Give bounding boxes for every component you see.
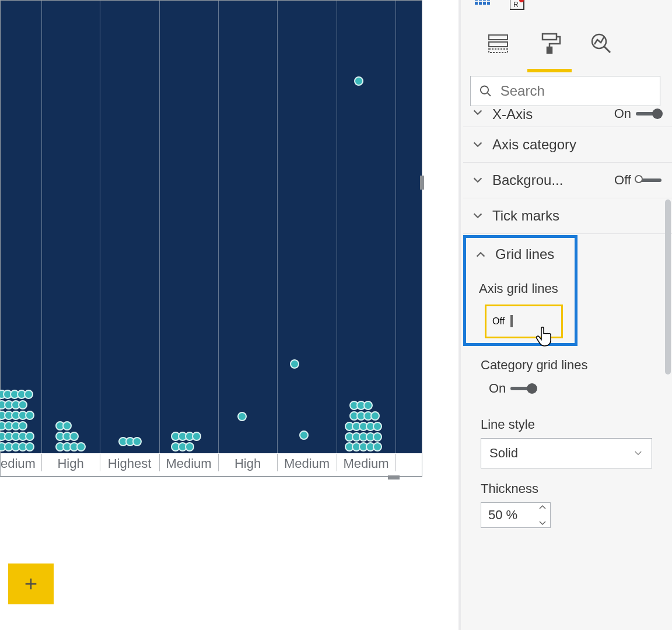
- page-tabs: [8, 564, 54, 604]
- svg-rect-1: [479, 0, 482, 1]
- chart-plot: [1, 1, 422, 453]
- svg-rect-3: [487, 0, 490, 1]
- chevron-up-icon[interactable]: [538, 504, 547, 510]
- x-axis-labels: ediumHighHighestMediumHighMediumMedium: [1, 452, 422, 476]
- setting-label: X-Axis: [492, 106, 614, 123]
- category-gridlines: [1, 1, 422, 453]
- pane-tabs: [463, 14, 672, 72]
- scrollbar-thumb[interactable]: [665, 200, 671, 374]
- tab-analytics[interactable]: [588, 32, 614, 72]
- fields-icon: [487, 32, 510, 55]
- chart-frame: ediumHighHighestMediumHighMediumMedium: [0, 0, 422, 477]
- format-pane: R: [461, 0, 672, 630]
- label-thickness: Thickness: [463, 468, 672, 502]
- label-axis-grid-lines: Axis grid lines: [466, 271, 575, 301]
- svg-rect-13: [489, 49, 508, 52]
- toggle-state: Off: [492, 316, 505, 327]
- toggle-background[interactable]: Off: [614, 173, 662, 188]
- svg-rect-12: [489, 42, 508, 47]
- chevron-down-icon: [471, 209, 484, 222]
- chevron-down-icon: [633, 448, 643, 459]
- svg-rect-0: [475, 0, 478, 1]
- label-line-style: Line style: [463, 404, 672, 438]
- rscript-icon[interactable]: R: [510, 0, 528, 12]
- visualizations-icon[interactable]: [475, 0, 494, 12]
- resize-handle-bottom[interactable]: [388, 475, 400, 480]
- setting-grid-lines[interactable]: Grid lines: [466, 238, 575, 271]
- toggle-state: On: [489, 381, 506, 396]
- tab-fields[interactable]: [485, 32, 511, 72]
- toggle-category-grid-lines[interactable]: On: [489, 381, 672, 396]
- setting-background[interactable]: Backgrou... Off: [463, 163, 672, 198]
- svg-point-9: [519, 0, 524, 2]
- chevron-up-icon: [474, 248, 487, 261]
- search-field[interactable]: [501, 83, 652, 99]
- toggle-state: Off: [614, 173, 631, 188]
- spin-thickness[interactable]: 50 %: [481, 502, 551, 528]
- plus-icon: [23, 576, 39, 592]
- format-options-list: X-Axis On Axis category Backgrou: [463, 106, 672, 630]
- setting-label: Axis category: [492, 136, 662, 153]
- chevron-down-icon: [471, 138, 484, 151]
- analytics-icon: [589, 32, 612, 55]
- select-line-style[interactable]: Solid: [481, 438, 652, 468]
- select-value: Solid: [489, 446, 518, 461]
- cursor-hand-icon: [536, 324, 556, 347]
- label-category-grid-lines: Category grid lines: [463, 347, 672, 377]
- svg-rect-14: [542, 34, 556, 40]
- pane-switcher: R: [463, 0, 672, 14]
- add-page-button[interactable]: [8, 564, 54, 604]
- setting-label: Grid lines: [495, 246, 564, 262]
- setting-axis-category[interactable]: Axis category: [463, 127, 672, 162]
- svg-point-17: [481, 86, 488, 93]
- search-input[interactable]: [470, 76, 660, 106]
- chevron-down-icon: [471, 106, 484, 119]
- setting-x-axis[interactable]: X-Axis On: [463, 106, 672, 127]
- scrollbar[interactable]: [664, 106, 672, 630]
- paint-roller-icon: [538, 32, 561, 55]
- toggle-axis-grid-lines[interactable]: Off: [485, 304, 563, 338]
- setting-label: Tick marks: [492, 208, 662, 224]
- tutorial-highlight: Grid lines Axis grid lines Off: [463, 235, 578, 346]
- spin-value: 50 %: [488, 508, 517, 523]
- chevron-down-icon: [471, 174, 484, 187]
- svg-rect-4: [475, 2, 478, 5]
- search-icon: [479, 83, 492, 99]
- resize-handle-right[interactable]: [420, 176, 424, 190]
- svg-rect-15: [547, 47, 552, 53]
- svg-rect-7: [487, 2, 490, 5]
- setting-tick-marks[interactable]: Tick marks: [463, 198, 672, 233]
- svg-text:R: R: [513, 1, 519, 9]
- tab-format[interactable]: [537, 32, 562, 72]
- svg-rect-2: [483, 0, 486, 1]
- chevron-down-icon[interactable]: [538, 520, 547, 526]
- toggle-x-axis[interactable]: On: [614, 106, 662, 121]
- svg-rect-11: [489, 35, 508, 40]
- setting-label: Backgrou...: [492, 172, 614, 188]
- toggle-state: On: [614, 106, 631, 121]
- svg-rect-6: [483, 2, 486, 5]
- chart-visual[interactable]: ediumHighHighestMediumHighMediumMedium: [0, 0, 461, 630]
- svg-rect-5: [479, 2, 482, 5]
